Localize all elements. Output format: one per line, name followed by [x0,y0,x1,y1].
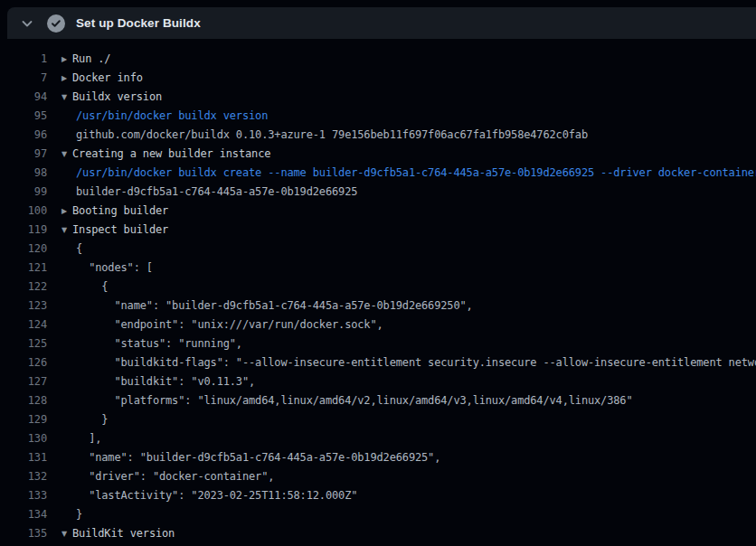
log-line: 133 "lastActivity": "2023-02-25T11:58:12… [0,486,756,505]
line-number[interactable]: 119 [0,221,47,240]
log-output-text: "nodes": [ [76,259,153,278]
log-line: 122 { [0,278,756,297]
log-output: 1▶Run ./7▶Docker info94▼Buildx version95… [0,39,756,546]
toggle-spacer [61,126,76,145]
toggle-spacer [61,372,76,391]
log-output-text: ], [76,429,101,448]
collapse-toggle-icon[interactable]: ▼ [61,524,72,543]
expand-toggle-icon[interactable]: ▶ [61,69,72,88]
log-output-text: "platforms": "linux/amd64,linux/amd64/v2… [76,391,633,410]
log-output-text: } [76,505,82,524]
log-group-title: Creating a new builder instance [72,145,270,164]
step-header[interactable]: Set up Docker Buildx [7,7,756,39]
line-number[interactable]: 125 [0,334,47,353]
line-number[interactable]: 7 [0,69,47,88]
toggle-spacer [61,107,76,126]
log-output-text: } [76,410,108,429]
log-output-text: "buildkit": "v0.11.3", [76,372,255,391]
log-output-text: "buildkitd-flags": "--allow-insecure-ent… [76,353,756,372]
log-line: 1▶Run ./ [0,50,756,69]
line-number[interactable]: 131 [0,448,47,467]
log-group-title: BuildKit version [72,524,175,543]
collapse-toggle-icon[interactable]: ▼ [61,145,72,164]
log-group-title: Buildx version [72,88,162,107]
log-line: 124 "endpoint": "unix:///var/run/docker.… [0,315,756,334]
toggle-spacer [61,505,76,524]
toggle-spacer [61,297,76,315]
log-group-title: Inspect builder [72,221,168,240]
line-number[interactable]: 121 [0,259,47,278]
log-line: 134} [0,505,756,524]
line-number[interactable]: 135 [0,524,47,543]
line-number[interactable]: 122 [0,278,47,297]
log-line: 129 } [0,410,756,429]
line-number[interactable]: 134 [0,505,47,524]
log-command-text: /usr/bin/docker buildx version [76,107,268,126]
log-line: 120{ [0,240,756,259]
collapse-toggle-icon[interactable]: ▼ [61,221,72,240]
log-command-text: /usr/bin/docker buildx create --name bui… [76,164,756,183]
log-line: 7▶Docker info [0,69,756,88]
log-output-text: { [76,278,108,297]
collapse-toggle-icon[interactable]: ▼ [61,88,72,107]
toggle-spacer [61,391,76,410]
log-line: 127 "buildkit": "v0.11.3", [0,372,756,391]
log-line: 123 "name": "builder-d9cfb5a1-c764-445a-… [0,297,756,315]
toggle-spacer [61,429,76,448]
toggle-spacer [61,259,76,278]
line-number[interactable]: 97 [0,145,47,164]
line-number[interactable]: 128 [0,391,47,410]
line-number[interactable]: 98 [0,164,47,183]
expand-toggle-icon[interactable]: ▶ [61,50,72,69]
line-number[interactable]: 130 [0,429,47,448]
toggle-spacer [61,467,76,486]
chevron-down-icon[interactable] [20,16,34,31]
log-line: 97▼Creating a new builder instance [0,145,756,164]
line-number[interactable]: 123 [0,297,47,315]
line-number[interactable]: 96 [0,126,47,145]
log-output-text: github.com/docker/buildx 0.10.3+azure-1 … [76,126,588,145]
log-output-text: "status": "running", [76,334,242,353]
log-output-text: "name": "builder-d9cfb5a1-c764-445a-a57e… [76,448,440,467]
log-line: 131 "name": "builder-d9cfb5a1-c764-445a-… [0,448,756,467]
log-line: 130 ], [0,429,756,448]
line-number[interactable]: 133 [0,486,47,505]
line-number[interactable]: 120 [0,240,47,259]
line-number[interactable]: 127 [0,372,47,391]
log-output-text: { [76,240,82,259]
log-line: 132 "driver": "docker-container", [0,467,756,486]
log-line: 125 "status": "running", [0,334,756,353]
line-number[interactable]: 132 [0,467,47,486]
line-number[interactable]: 1 [0,50,47,69]
log-line: 100▶Booting builder [0,202,756,221]
expand-toggle-icon[interactable]: ▶ [61,202,72,221]
toggle-spacer [61,334,76,353]
line-number[interactable]: 129 [0,410,47,429]
toggle-spacer [61,278,76,297]
line-number[interactable]: 94 [0,88,47,107]
log-line: 95/usr/bin/docker buildx version [0,107,756,126]
toggle-spacer [61,486,76,505]
log-line: 99builder-d9cfb5a1-c764-445a-a57e-0b19d2… [0,183,756,202]
line-number[interactable]: 124 [0,315,47,334]
log-group-title: Docker info [72,69,143,88]
log-line: 98/usr/bin/docker buildx create --name b… [0,164,756,183]
toggle-spacer [61,183,76,202]
toggle-spacer [61,448,76,467]
log-group-title: Run ./ [72,50,110,69]
line-number[interactable]: 126 [0,353,47,372]
line-number[interactable]: 100 [0,202,47,221]
log-output-text: "lastActivity": "2023-02-25T11:58:12.000… [76,486,357,505]
log-output-text: "endpoint": "unix:///var/run/docker.sock… [76,315,383,334]
toggle-spacer [61,353,76,372]
line-number[interactable]: 99 [0,183,47,202]
toggle-spacer [61,240,76,259]
log-line: 94▼Buildx version [0,88,756,107]
log-group-title: Booting builder [72,202,168,221]
log-output-text: "name": "builder-d9cfb5a1-c764-445a-a57e… [76,297,473,315]
line-number[interactable]: 95 [0,107,47,126]
toggle-spacer [61,315,76,334]
toggle-spacer [61,410,76,429]
check-circle-icon [47,14,65,33]
step-title: Set up Docker Buildx [76,16,201,30]
